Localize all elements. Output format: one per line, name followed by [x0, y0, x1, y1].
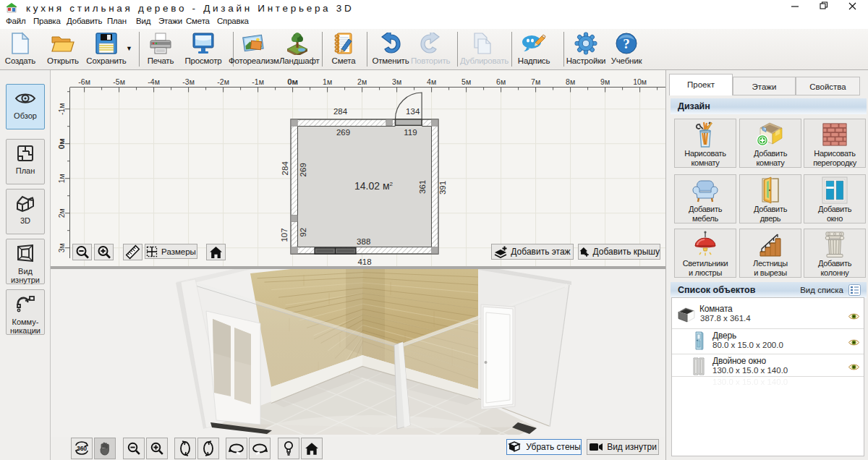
svg-text:0м: 0м: [57, 138, 66, 149]
svg-text:360: 360: [77, 445, 87, 452]
svg-text:8м: 8м: [566, 77, 575, 86]
svg-text:107: 107: [280, 228, 289, 242]
svg-text:9м: 9м: [600, 77, 610, 86]
svg-text:0м: 0м: [287, 77, 298, 86]
svg-text:3м: 3м: [57, 243, 66, 252]
svg-text:-6м: -6м: [78, 77, 90, 86]
svg-text:4м: 4м: [427, 77, 436, 86]
svg-text:284: 284: [333, 107, 348, 116]
svg-text:-2м: -2м: [217, 77, 229, 86]
svg-text:-3м: -3м: [182, 77, 195, 86]
svg-text:6м: 6м: [496, 77, 506, 86]
svg-text:269: 269: [299, 163, 307, 176]
svg-text:134: 134: [406, 107, 420, 116]
svg-text:3м: 3м: [392, 77, 401, 86]
svg-text:361: 361: [418, 180, 427, 194]
svg-text:7м: 7м: [531, 77, 540, 86]
svg-text:2м: 2м: [357, 77, 367, 86]
svg-text:2м: 2м: [57, 208, 66, 218]
svg-text:1м: 1м: [57, 174, 66, 183]
svg-text:119: 119: [404, 128, 417, 137]
svg-text:418: 418: [357, 257, 371, 266]
svg-text:1м: 1м: [323, 77, 332, 86]
svg-text:388: 388: [357, 237, 370, 246]
svg-text:-1м: -1м: [57, 103, 66, 115]
svg-text:-4м: -4м: [148, 77, 160, 86]
svg-text:391: 391: [438, 181, 447, 195]
svg-text:?: ?: [623, 36, 630, 51]
svg-text:284: 284: [281, 161, 289, 176]
svg-text:-5м: -5м: [113, 77, 125, 86]
svg-text:-1м: -1м: [252, 77, 264, 86]
svg-text:14.02 м2: 14.02 м2: [354, 180, 393, 192]
svg-text:5м: 5м: [461, 77, 471, 86]
svg-text:92: 92: [299, 228, 307, 237]
svg-text:269: 269: [336, 128, 350, 137]
svg-text:10м: 10м: [633, 77, 647, 86]
